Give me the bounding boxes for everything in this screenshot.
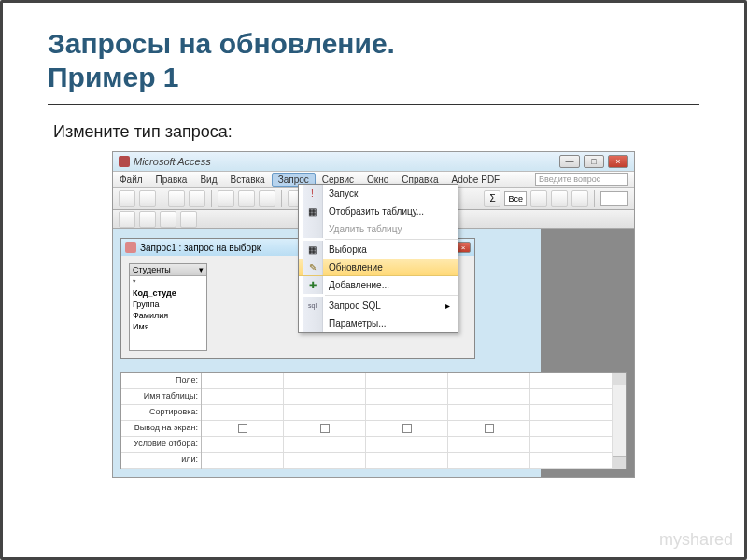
grid-row-labels: Поле: Имя таблицы: Сортировка: Вывод на … (121, 373, 202, 469)
show-checkbox[interactable] (320, 424, 330, 433)
select-query-icon: ▦ (303, 241, 323, 259)
field-list-header-text: Студенты (133, 265, 171, 274)
toolbar-return-field[interactable]: Все (504, 191, 527, 206)
grid-label-sort: Сортировка: (121, 405, 201, 421)
field-list-item[interactable]: Группа (130, 299, 206, 310)
grid-scrollbar[interactable] (613, 373, 626, 469)
toolbar-view-button[interactable] (119, 190, 135, 207)
toolbar-print-button[interactable] (168, 190, 185, 207)
toolbar-builder-button[interactable] (551, 190, 568, 207)
toolbar2-button-4[interactable] (180, 211, 197, 228)
ask-question-input[interactable]: Введите вопрос (535, 173, 628, 186)
menu-item-delete-table: Удалить таблицу (299, 220, 458, 238)
app-title: Microsoft Access (134, 156, 211, 167)
toolbar2-button-1[interactable] (119, 211, 135, 228)
ask-question-placeholder: Введите вопрос (539, 175, 600, 184)
menu-view[interactable]: Вид (193, 173, 223, 187)
toolbar-separator (162, 190, 162, 207)
toolbar-sigma-button[interactable]: Σ (484, 190, 500, 207)
grid-column[interactable] (530, 373, 613, 469)
show-table-icon: ▦ (303, 203, 323, 220)
query-window-title: Запрос1 : запрос на выборк (140, 243, 261, 253)
toolbar-return-field-value: Все (508, 194, 523, 203)
menu-item-show-table[interactable]: ▦ Отобразить таблицу... (299, 203, 458, 220)
watermark: myshared (659, 530, 733, 550)
toolbar-separator (594, 190, 595, 207)
menu-item-params[interactable]: Параметры... (299, 315, 458, 332)
menu-item-params-label: Параметры... (329, 318, 387, 329)
slide: Запросы на обновление. Пример 1 Измените… (0, 0, 747, 560)
toolbar-save-button[interactable] (139, 190, 156, 207)
window-minimize-button[interactable]: — (559, 155, 580, 168)
grid-columns (202, 373, 613, 469)
grid-column[interactable] (284, 373, 366, 469)
toolbar-preview-button[interactable] (189, 190, 205, 207)
grid-label-criteria: Условие отбора: (121, 437, 201, 453)
query-menu-dropdown: ! Запуск ▦ Отобразить таблицу... Удалить… (298, 184, 458, 333)
field-list-item[interactable]: Код_студе (130, 287, 206, 299)
menu-item-run[interactable]: ! Запуск (299, 185, 458, 203)
field-list-header: Студенты ▾ (130, 264, 206, 276)
grid-label-show: Вывод на экран: (121, 421, 201, 437)
menu-item-delete-table-label: Удалить таблицу (329, 224, 402, 234)
toolbar-separator (211, 190, 212, 207)
table-field-list[interactable]: Студенты ▾ * Код_студе Группа Фамилия Им… (129, 263, 207, 351)
menu-edit[interactable]: Правка (149, 173, 194, 187)
toolbar-cut-button[interactable] (218, 190, 234, 207)
app-titlebar: Microsoft Access — □ × (113, 152, 634, 171)
slide-subtitle: Измените тип запроса: (53, 122, 699, 142)
show-checkbox[interactable] (238, 424, 247, 433)
grid-column[interactable] (202, 373, 284, 469)
menu-item-update-label: Обновление (329, 262, 383, 273)
field-list-star[interactable]: * (130, 276, 206, 287)
toolbar-paste-button[interactable] (259, 190, 275, 207)
slide-title-line1: Запросы на обновление. (48, 28, 395, 59)
menu-item-run-label: Запуск (329, 189, 358, 199)
menu-file[interactable]: Файл (113, 173, 149, 187)
app-icon (119, 156, 130, 167)
menu-item-update-query[interactable]: ✎ Обновление (299, 259, 458, 276)
toolbar-search-field[interactable] (600, 191, 628, 206)
menu-item-sql-label: Запрос SQL (329, 301, 381, 311)
menu-item-append-query[interactable]: ✚ Добавление... (299, 276, 458, 294)
window-close-button[interactable]: × (608, 155, 628, 168)
toolbar-properties-button[interactable] (530, 190, 547, 207)
toolbar2-button-2[interactable] (139, 211, 156, 228)
toolbar-copy-button[interactable] (238, 190, 255, 207)
grid-label-field: Поле: (121, 373, 201, 389)
window-maximize-button[interactable]: □ (584, 155, 604, 168)
menu-item-append-label: Добавление... (329, 280, 389, 290)
menu-item-select-label: Выборка (329, 245, 367, 255)
toolbar-dbwindow-button[interactable] (571, 190, 588, 207)
grid-label-table: Имя таблицы: (121, 389, 201, 405)
menu-insert[interactable]: Вставка (223, 173, 271, 187)
slide-title-line2: Пример 1 (48, 62, 179, 92)
menu-item-show-table-label: Отобразить таблицу... (329, 206, 424, 217)
grid-column[interactable] (448, 373, 530, 469)
title-divider (48, 104, 699, 105)
field-list-item[interactable]: Имя (130, 321, 206, 332)
menu-item-select-query[interactable]: ▦ Выборка (299, 241, 458, 259)
toolbar2-button-3[interactable] (160, 211, 176, 228)
menu-separator (325, 295, 458, 296)
field-list-item[interactable]: Фамилия (130, 310, 206, 321)
menu-item-sql[interactable]: sql Запрос SQL ▸ (299, 297, 458, 315)
toolbar-separator (281, 190, 282, 207)
chevron-right-icon: ▸ (445, 301, 454, 311)
blank-icon (303, 315, 323, 332)
query-icon (125, 242, 136, 253)
grid-column[interactable] (366, 373, 448, 469)
show-checkbox[interactable] (402, 424, 412, 433)
menu-separator (325, 239, 458, 240)
grid-label-or: или: (121, 453, 201, 469)
sql-icon: sql (303, 297, 323, 315)
blank-icon (303, 220, 323, 238)
query-design-grid[interactable]: Поле: Имя таблицы: Сортировка: Вывод на … (120, 372, 627, 469)
update-query-icon: ✎ (303, 259, 323, 275)
slide-title: Запросы на обновление. Пример 1 (48, 27, 699, 94)
append-query-icon: ✚ (303, 276, 323, 294)
show-checkbox[interactable] (485, 424, 494, 433)
screenshot: Microsoft Access — □ × Файл Правка Вид В… (112, 151, 635, 478)
run-icon: ! (303, 185, 323, 203)
